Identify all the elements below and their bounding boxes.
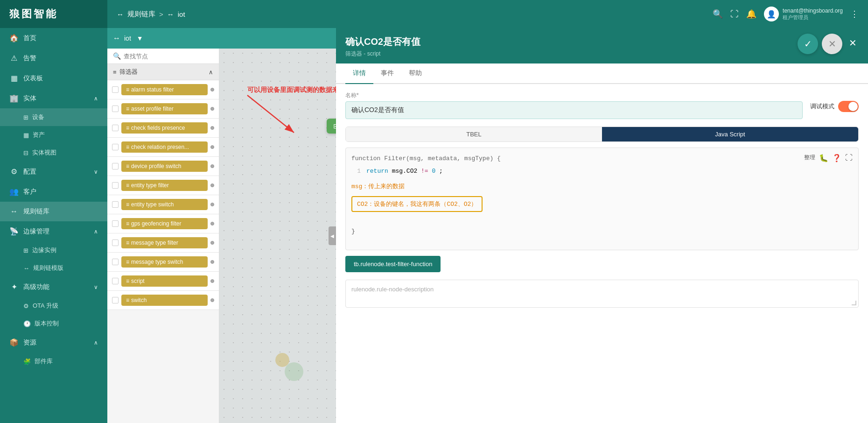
- sidebar-subitem-entityview[interactable]: ⊟ 实体视图: [0, 144, 107, 162]
- filter-section-toggle[interactable]: ∧: [209, 69, 213, 76]
- asset-icon: ▦: [23, 132, 29, 139]
- sidebar-item-customer[interactable]: 👥 客户: [0, 182, 107, 202]
- item-name-3: ≡ check relation presen...: [121, 141, 208, 153]
- breadcrumb-link-icon: ↔: [117, 10, 124, 18]
- search-filter-input[interactable]: [124, 53, 213, 60]
- app-logo: 狼图智能: [0, 0, 107, 28]
- item-check-5[interactable]: [112, 182, 119, 189]
- tab-events[interactable]: 事件: [373, 63, 401, 84]
- notification-icon[interactable]: 🔔: [746, 9, 756, 19]
- item-name-1: ≡ asset profile filter: [121, 103, 208, 114]
- breadcrumb-rulechain[interactable]: 规则链库: [127, 10, 155, 19]
- item-check-8[interactable]: [112, 240, 119, 246]
- item-check-7[interactable]: [112, 220, 119, 227]
- tab-details[interactable]: 详情: [345, 63, 373, 84]
- sidebar-item-rulechain[interactable]: ↔ 规则链库: [0, 202, 107, 221]
- item-icon-0: ≡: [126, 86, 129, 93]
- edge-icon: 📡: [9, 227, 19, 236]
- resize-handle[interactable]: [852, 301, 856, 305]
- sidebar-subitem-asset[interactable]: ▦ 资产: [0, 126, 107, 144]
- more-icon[interactable]: ⋮: [850, 9, 859, 19]
- item-check-4[interactable]: [112, 163, 119, 169]
- debug-toggle[interactable]: [838, 101, 859, 112]
- list-item[interactable]: ≡ alarm status filter: [107, 80, 219, 99]
- item-check-2[interactable]: [112, 125, 119, 131]
- breadcrumb: ↔ 规则链库 > ↔ iot: [117, 10, 185, 19]
- list-item[interactable]: ≡ check fields presence: [107, 119, 219, 138]
- rule-chain-canvas[interactable]: ⊟ Input 可以用设备里面调试测的数据来制键名: [219, 49, 336, 423]
- item-check-3[interactable]: [112, 144, 119, 150]
- dropdown-arrow[interactable]: ▼: [137, 35, 143, 42]
- sidebar-subitem-device[interactable]: ⊞ 设备: [0, 108, 107, 126]
- user-text: tenant@thingsboard.org 租户管理员: [783, 7, 843, 21]
- format-btn[interactable]: 整理: [804, 154, 815, 163]
- list-item[interactable]: ≡ device profile switch: [107, 157, 219, 176]
- tab-help[interactable]: 帮助: [401, 63, 429, 84]
- item-name-5: ≡ entity type filter: [121, 180, 208, 191]
- collapse-btn[interactable]: ◀: [329, 226, 336, 245]
- entity-icon: 🏢: [9, 94, 19, 103]
- description-area[interactable]: rulenode.rule-node-description: [345, 280, 859, 308]
- debug-label: 调试模式: [810, 102, 834, 111]
- script-tab-tbel[interactable]: TBEL: [346, 127, 602, 141]
- sidebar-subitem-ruletemplate[interactable]: ↔ 规则链模版: [0, 259, 107, 277]
- sidebar-subitem-widgets[interactable]: 🧩 部件库: [0, 352, 107, 370]
- sidebar-label-asset: 资产: [33, 131, 45, 139]
- test-filter-button[interactable]: tb.rulenode.test-filter-function: [345, 256, 441, 272]
- filter-section-header[interactable]: ≡ 筛选器 ∧: [107, 64, 219, 80]
- help-icon[interactable]: ❓: [832, 154, 841, 163]
- canvas-decoration: [285, 362, 308, 386]
- cancel-button[interactable]: ✕: [822, 34, 842, 54]
- expand-icon[interactable]: ⛶: [845, 154, 853, 163]
- item-connector-2: [210, 126, 214, 130]
- collapse-icon: ◀: [330, 233, 334, 239]
- user-info[interactable]: 👤 tenant@thingsboard.org 租户管理员: [764, 7, 843, 21]
- script-tab-javascript[interactable]: Java Script: [602, 127, 858, 141]
- list-item[interactable]: ≡ entity type filter: [107, 176, 219, 195]
- name-input[interactable]: [345, 101, 803, 119]
- code-content-1: return msg.CO2 != 0 ;: [366, 167, 443, 176]
- input-node[interactable]: ⊟ Input: [327, 119, 336, 134]
- sidebar-item-entity[interactable]: 🏢 实体 ∧: [0, 88, 107, 108]
- breadcrumb-iot[interactable]: iot: [178, 10, 185, 18]
- code-editor[interactable]: function Filter(msg, metadata, msgType) …: [345, 148, 859, 250]
- sidebar-item-advanced[interactable]: ✦ 高级功能 ∨: [0, 277, 107, 297]
- sidebar-item-edge[interactable]: 📡 边缘管理 ∧: [0, 221, 107, 241]
- sidebar-subitem-version[interactable]: 🕐 版本控制: [0, 315, 107, 332]
- item-check-11[interactable]: [112, 297, 119, 303]
- advanced-icon: ✦: [9, 282, 19, 291]
- header-icons: 🔍 ⛶ 🔔 👤 tenant@thingsboard.org 租户管理员 ⋮: [713, 7, 859, 21]
- sidebar-item-alert[interactable]: ⚠ 告警: [0, 48, 107, 68]
- list-item[interactable]: ≡ entity type switch: [107, 195, 219, 214]
- confirm-button[interactable]: ✓: [798, 34, 818, 54]
- sidebar-subitem-ota[interactable]: ⚙ OTA 升级: [0, 297, 107, 315]
- sidebar-subitem-edgeinstance[interactable]: ⊞ 边缘实例: [0, 241, 107, 259]
- sidebar-item-home[interactable]: 🏠 首页: [0, 28, 107, 48]
- list-item[interactable]: ≡ switch: [107, 291, 219, 310]
- sidebar-item-config[interactable]: ⚙ 配置 ∨: [0, 162, 107, 182]
- search-icon[interactable]: 🔍: [713, 9, 723, 19]
- sidebar-label-widgets: 部件库: [35, 357, 53, 366]
- debug-icon[interactable]: 🐛: [819, 154, 828, 163]
- list-item[interactable]: ≡ check relation presen...: [107, 138, 219, 157]
- sidebar-label-edgeinstance: 边缘实例: [32, 246, 56, 254]
- list-item[interactable]: ≡ script: [107, 272, 219, 291]
- sidebar-nav: 🏠 首页 ⚠ 告警 ▦ 仪表板 🏢 实体 ∧ ⊞ 设备 ▦ 资产 ⊟ 实体视图: [0, 28, 107, 423]
- list-item[interactable]: ≡ message type switch: [107, 253, 219, 272]
- detail-close-button[interactable]: ✕: [847, 35, 859, 50]
- item-icon-5: ≡: [126, 182, 129, 189]
- sidebar-item-resources[interactable]: 📦 资源 ∧: [0, 332, 107, 352]
- fullscreen-icon[interactable]: ⛶: [730, 9, 739, 19]
- item-check-9[interactable]: [112, 259, 119, 265]
- sidebar-item-dashboard[interactable]: ▦ 仪表板: [0, 68, 107, 88]
- list-item[interactable]: ≡ message type filter: [107, 233, 219, 253]
- filter-section-label: ≡ 筛选器: [113, 68, 138, 76]
- list-item[interactable]: ≡ gps geofencing filter: [107, 214, 219, 233]
- detail-action-buttons: ✓ ✕: [798, 34, 842, 54]
- item-check-0[interactable]: [112, 86, 119, 93]
- item-check-10[interactable]: [112, 278, 119, 284]
- op-neq: !=: [421, 168, 428, 175]
- list-item[interactable]: ≡ asset profile filter: [107, 99, 219, 119]
- item-check-1[interactable]: [112, 106, 119, 112]
- item-check-6[interactable]: [112, 201, 119, 208]
